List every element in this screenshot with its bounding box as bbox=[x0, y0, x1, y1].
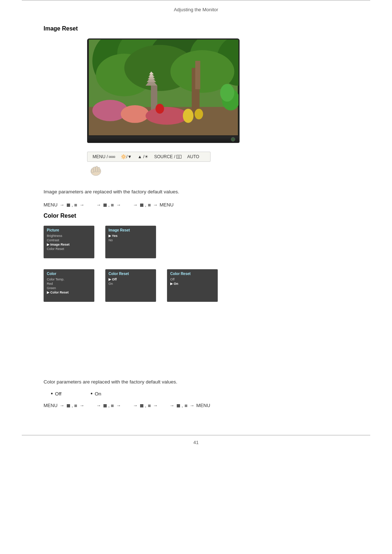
mini-osd-3-item-4: ▶ Color Reset bbox=[47, 290, 91, 295]
nav-space-2 bbox=[123, 202, 131, 208]
svg-point-21 bbox=[183, 109, 193, 123]
osd-contrast-item: ▲ /☀ bbox=[138, 154, 148, 159]
svg-point-20 bbox=[146, 107, 188, 125]
cr-nav-arrow-3: → bbox=[96, 402, 101, 410]
cr-nav-space-1 bbox=[86, 403, 94, 408]
svg-point-25 bbox=[220, 84, 234, 102]
mini-osd-3: Color Color Temp. Red Green ▶ Color Rese… bbox=[44, 269, 94, 302]
cr-nav-sq-4 bbox=[177, 404, 180, 407]
cr-nav-arrow-7: → bbox=[170, 402, 174, 410]
cr-nav-sq-1 bbox=[67, 404, 70, 407]
hand-icon bbox=[89, 164, 348, 178]
cr-nav-arrow-1: → bbox=[60, 402, 64, 410]
osd-brightness-label: 🔆/▼ bbox=[121, 154, 132, 159]
header-text: Adjusting the Monitor bbox=[174, 7, 218, 12]
osd-source-item: SOURCE / ⊡ bbox=[154, 154, 181, 159]
nav-space-1 bbox=[86, 202, 94, 208]
bullet-item-off: • Off bbox=[51, 391, 61, 397]
garden-scene-svg bbox=[88, 40, 238, 135]
cr-nav-comma-1: , bbox=[72, 403, 73, 408]
nav-comma-3: , bbox=[145, 202, 146, 208]
bullet-list: • Off • On bbox=[51, 391, 348, 397]
nav-sm-sq-1 bbox=[74, 204, 77, 206]
color-reset-diagram-space: Picture Brightness Contrast ▶ Image Rese… bbox=[44, 226, 348, 378]
mini-osd-5-title: Color Reset bbox=[170, 272, 215, 276]
svg-rect-30 bbox=[91, 169, 94, 173]
mini-osd-1-item-1: Brightness bbox=[47, 234, 91, 238]
cr-nav-arrow-5: → bbox=[133, 402, 138, 410]
nav-sm-sq-3 bbox=[148, 204, 151, 206]
bullet-label-off: Off bbox=[55, 391, 62, 397]
osd-auto-label: AUTO bbox=[187, 154, 199, 159]
image-reset-nav: MENU → , → → , → → , → MENU bbox=[44, 201, 348, 209]
nav-comma-1: , bbox=[72, 202, 73, 208]
mini-osd-5-item-2: ▶ On bbox=[170, 282, 215, 286]
svg-rect-29 bbox=[98, 167, 100, 172]
color-reset-section: Color Reset Picture Brightness Contrast … bbox=[44, 213, 348, 410]
nav-menu-end: MENU bbox=[160, 202, 173, 208]
mini-osd-2-item-2: No bbox=[109, 238, 153, 242]
top-rule bbox=[22, 0, 370, 3]
image-reset-section: Image Reset bbox=[44, 25, 348, 209]
cr-nav-arrow-2: → bbox=[79, 402, 84, 410]
mini-osd-1: Picture Brightness Contrast ▶ Image Rese… bbox=[44, 226, 94, 258]
image-reset-heading: Image Reset bbox=[44, 25, 348, 32]
nav-arrow-3: → bbox=[96, 201, 101, 209]
content-area: Image Reset bbox=[0, 18, 392, 435]
svg-point-23 bbox=[155, 104, 164, 114]
image-reset-description: Image parameters are replaced with the f… bbox=[44, 188, 348, 196]
osd-panel: MENU / 🔆/▼ ▲ /☀ SOURCE / bbox=[87, 152, 211, 162]
mini-osd-1-title: Picture bbox=[47, 228, 91, 232]
nav-comma-2: , bbox=[108, 202, 110, 208]
mini-osd-4: Color Reset ▶ Off On bbox=[105, 269, 156, 302]
cr-nav-arrow-6: → bbox=[153, 402, 158, 410]
mini-osd-3-item-1: Color Temp. bbox=[47, 277, 91, 282]
nav-arrow-4: → bbox=[116, 201, 121, 209]
page-header: Adjusting the Monitor bbox=[0, 3, 392, 18]
svg-rect-28 bbox=[96, 166, 98, 172]
cr-nav-menu-label: MENU bbox=[44, 403, 57, 408]
page-footer: 41 bbox=[0, 435, 392, 451]
nav-sq-3 bbox=[140, 204, 143, 207]
monitor-image-wrapper bbox=[87, 38, 348, 143]
svg-rect-17 bbox=[195, 61, 200, 89]
bullet-item-on: • On bbox=[90, 391, 101, 397]
osd-menu-label: MENU / bbox=[93, 154, 108, 159]
osd-source-icon: ⊡ bbox=[176, 155, 181, 159]
osd-source-label: SOURCE / bbox=[154, 154, 175, 159]
cr-nav-menu-end: MENU bbox=[196, 403, 210, 408]
cr-nav-arrow-4: → bbox=[116, 402, 121, 410]
cr-nav-comma-2: , bbox=[108, 403, 110, 408]
mini-osd-1-item-2: Contrast bbox=[47, 238, 91, 242]
nav-arrow-1: → bbox=[60, 201, 64, 209]
osd-brightness-item: 🔆/▼ bbox=[121, 154, 132, 159]
color-reset-nav: MENU → , → → , → → , → bbox=[44, 402, 348, 410]
mini-osd-3-title: Color bbox=[47, 272, 91, 276]
cr-nav-arrow-8: → bbox=[189, 402, 194, 410]
cr-nav-sm-sq-2 bbox=[111, 405, 114, 407]
monitor-base bbox=[87, 136, 240, 143]
nav-arrow-2: → bbox=[79, 201, 84, 209]
page-number: 41 bbox=[193, 440, 199, 445]
nav-menu-label: MENU bbox=[44, 202, 57, 208]
mini-osd-1-item-3: ▶ Image Reset bbox=[47, 242, 91, 247]
nav-sq-2 bbox=[103, 204, 107, 207]
mini-osd-2-title: Image Reset bbox=[109, 228, 153, 232]
osd-panel-wrapper: MENU / 🔆/▼ ▲ /☀ SOURCE / bbox=[87, 152, 348, 178]
mini-osd-3-item-3: Green bbox=[47, 286, 91, 290]
nav-sq-1 bbox=[67, 204, 70, 207]
cr-nav-sm-sq-4 bbox=[185, 405, 187, 407]
osd-menu-icon bbox=[109, 156, 115, 158]
osd-auto-item: AUTO bbox=[187, 154, 199, 159]
cr-nav-comma-3: , bbox=[145, 403, 146, 408]
monitor-power-button bbox=[231, 137, 235, 141]
mini-osd-3-item-2: Red bbox=[47, 282, 91, 286]
color-reset-description: Color parameters are replaced with the f… bbox=[44, 378, 348, 386]
nav-arrow-5: → bbox=[133, 201, 138, 209]
cr-nav-sq-3 bbox=[140, 404, 143, 407]
bullet-label-on: On bbox=[95, 391, 101, 397]
page-container: Adjusting the Monitor Image Reset bbox=[0, 0, 392, 554]
mini-osd-2-item-1: ▶ Yes bbox=[109, 234, 153, 238]
cr-nav-sm-sq-1 bbox=[74, 405, 77, 407]
svg-rect-27 bbox=[94, 167, 95, 172]
